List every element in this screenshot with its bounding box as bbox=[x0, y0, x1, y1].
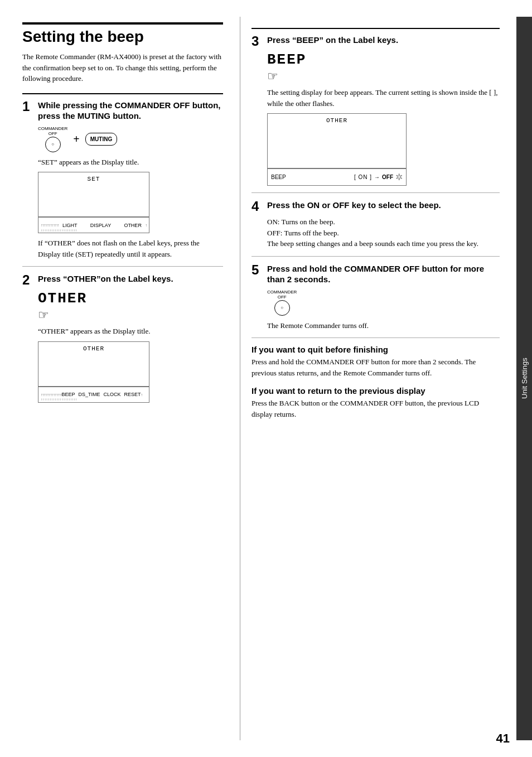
beep-lcd-display: OTHER BEEP [ ON ] → OFF ✲ bbox=[267, 113, 407, 186]
step-3-note: The setting display for beep appears. Th… bbox=[267, 87, 500, 109]
lcd-item-light: LIGHT bbox=[62, 223, 78, 228]
step-1-extra-note: If “OTHER” does not flash on the Label k… bbox=[38, 238, 223, 259]
hand-pointer-icon-2: ☞ bbox=[267, 69, 500, 84]
right-column: 3 Press “BEEP” on the Label keys. BEEP ☞… bbox=[240, 17, 516, 740]
divider-3-4 bbox=[252, 192, 500, 193]
divider-4-5 bbox=[252, 256, 500, 257]
divider-1-2 bbox=[22, 266, 223, 267]
beep-lcd-left-label: BEEP bbox=[271, 174, 286, 180]
commander-off-circle: ○ bbox=[45, 137, 61, 152]
step-5-diagram: COMMANDEROFF ○ bbox=[267, 290, 500, 316]
muting-label: MUTING bbox=[90, 136, 112, 142]
step-3-heading: Press “BEEP” on the Label keys. bbox=[267, 35, 398, 46]
step-2-note: “OTHER” appears as the Display title. bbox=[38, 326, 223, 337]
step-4-heading: Press the ON or OFF key to select the be… bbox=[267, 200, 441, 211]
lcd-item-dstime: DS_TIME bbox=[79, 392, 100, 397]
step-4-body: ON: Turns on the beep.OFF: Turns off the… bbox=[267, 216, 500, 249]
step-3-header: 3 Press “BEEP” on the Label keys. bbox=[252, 35, 500, 48]
step-1-heading: While pressing the COMMANDER OFF button,… bbox=[38, 100, 223, 122]
subsection-return-title: If you want to return to the previous di… bbox=[252, 386, 500, 396]
off-label: OFF bbox=[382, 174, 393, 180]
step-1-diagram: COMMANDEROFF ○ + MUTING bbox=[38, 126, 223, 152]
subsection-quit: If you want to quit before finishing Pre… bbox=[252, 345, 500, 378]
lcd-item-clock: CLOCK bbox=[104, 392, 121, 397]
step-2-num: 2 bbox=[22, 273, 35, 287]
plus-icon: + bbox=[73, 133, 79, 146]
lcd-other-label: OTHER bbox=[83, 345, 104, 352]
page-number: 41 bbox=[496, 731, 510, 746]
step-3-num: 3 bbox=[252, 35, 264, 48]
commander-label1: COMMANDEROFF bbox=[38, 126, 67, 137]
other-lcd-display: OTHER ↑↑↑↑↑↑↑↑↑↑↑↑↑↑↑ BEEP DS_TIME CLOCK… bbox=[38, 341, 149, 403]
step-5-note: The Remote Commander turns off. bbox=[267, 320, 500, 331]
commander-off-btn: COMMANDEROFF ○ bbox=[38, 126, 67, 152]
subsection-quit-body: Press and hold the COMMANDER OFF button … bbox=[252, 356, 500, 378]
lcd-set-label: SET bbox=[88, 176, 100, 182]
right-top-divider bbox=[252, 28, 500, 29]
beep-lcd-top-label: OTHER bbox=[326, 117, 347, 124]
page-title: Setting the beep bbox=[22, 22, 223, 46]
step-4-header: 4 Press the ON or OFF key to select the … bbox=[252, 200, 500, 213]
subsection-return-body: Press the BACK button or the COMMANDER O… bbox=[252, 398, 500, 420]
step-5-num: 5 bbox=[252, 263, 264, 277]
step-5-header: 5 Press and hold the COMMANDER OFF butto… bbox=[252, 263, 500, 285]
step-1-num: 1 bbox=[22, 100, 35, 113]
divider-5-sub bbox=[252, 337, 500, 338]
beep-on-off: [ ON ] bbox=[354, 174, 372, 180]
intro-text: The Remote Commander (RM-AX4000) is pres… bbox=[22, 51, 223, 84]
set-lcd-display: SET ↑↑↑↑↑↑↑↑↑↑↑↑↑ LIGHT DISPLAY OTHER ↑ … bbox=[38, 172, 149, 233]
commander-off-btn-2: COMMANDEROFF ○ bbox=[267, 290, 297, 316]
step-5-heading: Press and hold the COMMANDER OFF button … bbox=[267, 263, 500, 285]
muting-button: MUTING bbox=[85, 133, 117, 146]
step-2-header: 2 Press “OTHER”on the Label keys. bbox=[22, 273, 223, 287]
hand-pointer-icon: ☞ bbox=[38, 308, 223, 322]
subsection-return: If you want to return to the previous di… bbox=[252, 386, 500, 420]
arrow-icon: → bbox=[374, 174, 380, 180]
section-divider-1 bbox=[22, 93, 223, 94]
beep-display-word: BEEP bbox=[267, 51, 500, 68]
subsection-quit-title: If you want to quit before finishing bbox=[252, 345, 500, 354]
lcd-item-display: DISPLAY bbox=[90, 223, 111, 228]
lcd-item-other: OTHER bbox=[124, 223, 142, 228]
step-4-on: ON: Turns on the beep.OFF: Turns off the… bbox=[267, 218, 478, 248]
step-1-header: 1 While pressing the COMMANDER OFF butto… bbox=[22, 100, 223, 122]
left-column: Setting the beep The Remote Commander (R… bbox=[0, 17, 240, 740]
lcd-inner-line bbox=[38, 216, 149, 217]
commander-label2: COMMANDEROFF bbox=[267, 290, 297, 300]
lcd-item-reset: RESET bbox=[124, 392, 141, 397]
other-display-word: OTHER bbox=[38, 290, 223, 307]
step-2-heading: Press “OTHER”on the Label keys. bbox=[38, 273, 173, 285]
side-tab: Unit Settings bbox=[516, 17, 532, 740]
step-1-note: “SET” appears as the Display title. bbox=[38, 157, 223, 168]
lcd-item-beep: BEEP bbox=[62, 392, 75, 397]
step-4-num: 4 bbox=[252, 200, 264, 213]
commander-off-circle-2: ○ bbox=[274, 300, 290, 316]
